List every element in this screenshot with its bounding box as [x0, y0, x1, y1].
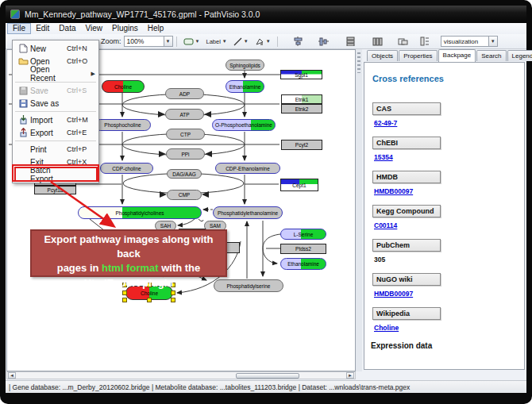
screenshot-frame: Mm_Kennedy_pathway_WP1771_45176.gpml - P… [0, 0, 532, 404]
selection-handle[interactable] [171, 290, 175, 295]
label-tool-text: Label [206, 38, 220, 45]
node-ptdss2[interactable]: Ptdss2 [280, 244, 326, 254]
canvas-horizontal-scrollbar[interactable]: ◄ ► [6, 371, 356, 379]
node-etnk2[interactable]: Etnk2 [281, 104, 322, 114]
stack-horizontal-button[interactable] [370, 36, 385, 48]
label-tool-button[interactable]: Label ▼ [203, 36, 229, 48]
xref-source-header: NuGO wiki [372, 273, 441, 286]
file-menu-shortcut: Ctrl+O [67, 57, 98, 65]
node-adp[interactable]: ADP [165, 88, 204, 99]
node-pcyt1a[interactable]: Pcyt1a [34, 186, 76, 194]
node-sam[interactable]: SAM [204, 221, 226, 231]
file-menu-item-open-recent[interactable]: Open Recent▶ [13, 67, 98, 80]
node-ctp[interactable]: CTP [166, 129, 205, 140]
xref-section-wikipedia: WikipediaCholine [372, 307, 524, 332]
selection-handle[interactable] [171, 298, 175, 302]
node-sgpl1[interactable]: Sgpl1 [280, 70, 322, 79]
node-phosphocholine[interactable]: Phosphocholine [94, 119, 151, 131]
chevron-down-icon[interactable]: ▼ [164, 37, 172, 46]
menu-help[interactable]: Help [143, 23, 169, 34]
scroll-right-icon[interactable]: ► [346, 372, 354, 379]
node-etnk1[interactable]: Etnk1 [281, 94, 322, 104]
chevron-down-icon[interactable]: ▼ [244, 39, 249, 44]
xref-link[interactable]: Choline [374, 324, 524, 332]
node-sah[interactable]: SAH [155, 221, 176, 231]
stack-vertical-button[interactable] [343, 36, 358, 48]
datanode-tool-button[interactable]: ▼ [181, 36, 202, 48]
node-l-serine[interactable]: L-Serine [280, 229, 326, 240]
node-sphingolipids[interactable]: Sphingolipids [226, 60, 264, 71]
xref-link[interactable]: 62-49-7 [374, 119, 524, 127]
xref-link[interactable]: 15354 [374, 153, 524, 161]
menu-view[interactable]: View [80, 23, 107, 34]
line-tool-button[interactable]: ▼ [231, 36, 251, 48]
align-center-y-button[interactable] [316, 36, 331, 48]
node-atp[interactable]: ATP [165, 109, 204, 120]
stack-horizontal-icon [372, 37, 383, 46]
tab-search[interactable]: Search [476, 50, 506, 61]
xref-source-header: Wikipedia [372, 307, 441, 320]
chevron-down-icon[interactable]: ▼ [222, 39, 227, 44]
selection-handle[interactable] [147, 298, 152, 302]
layout-button[interactable] [418, 36, 432, 48]
open-folder-icon [16, 56, 30, 66]
node-choline[interactable]: Choline [102, 80, 145, 93]
menu-file[interactable]: File [7, 23, 31, 34]
zoom-label: Zoom: [101, 37, 121, 45]
file-menu-item-print[interactable]: PrintCtrl+P [13, 143, 98, 156]
pane-splitter[interactable] [356, 49, 362, 371]
xref-link[interactable]: C00114 [374, 221, 524, 229]
xref-section-pubchem: PubChem305 [372, 239, 524, 264]
chevron-down-icon[interactable]: ▼ [488, 37, 497, 46]
tab-properties[interactable]: Properties [399, 50, 437, 61]
node-hidden[interactable] [179, 229, 206, 241]
tab-legend[interactable]: Legend [507, 50, 532, 61]
file-menu-shortcut: Ctrl+S [67, 87, 98, 94]
visualization-combobox[interactable]: visualization ▼ [441, 36, 498, 47]
shape-tool-button[interactable]: ▼ [253, 36, 273, 48]
node-phosphatidylethanolamine[interactable]: Phosphatidylethanolamine [213, 206, 283, 219]
file-menu-item-save-as[interactable]: Save as [13, 97, 98, 110]
node-phosphatidylserine[interactable]: Phosphatidylserine [214, 279, 283, 292]
node-dag-aag[interactable]: DAG/AAG [167, 169, 202, 179]
file-menu-item-new[interactable]: NewCtrl+N [13, 42, 98, 55]
node-ethanolamine[interactable]: Ethanolamine [226, 80, 264, 93]
align-center-x-button[interactable] [291, 36, 306, 48]
node-pcyt2[interactable]: Pcyt2 [281, 140, 322, 150]
node-ethanolamine[interactable]: Ethanolamine [280, 258, 326, 270]
right-sidebar: ObjectsPropertiesBackpageSearchLegend Cr… [362, 49, 526, 371]
node-o-phosphoethanolamine[interactable]: O-Phosphoethanolamine [212, 119, 276, 131]
zoom-combobox[interactable]: 100% ▼ [124, 36, 173, 47]
selection-handle[interactable] [147, 283, 152, 287]
file-menu-item-import[interactable]: ImportCtrl+M [13, 114, 98, 126]
node-phosphatidylcholines[interactable]: Phosphatidylcholines [78, 206, 202, 219]
common-size-button[interactable] [395, 36, 411, 48]
chevron-down-icon[interactable]: ▼ [195, 39, 200, 44]
file-menu-item-export[interactable]: ExportCtrl+E [13, 126, 98, 139]
scroll-left-icon[interactable]: ◄ [8, 372, 16, 379]
menu-data[interactable]: Data [54, 23, 80, 34]
file-menu-shortcut: Ctrl+M [67, 116, 98, 124]
menu-plugins[interactable]: Plugins [107, 23, 143, 34]
selection-handle[interactable] [171, 283, 175, 287]
node-cdp-choline[interactable]: CDP-choline [100, 163, 153, 174]
node-cept1[interactable]: Cept1 [280, 179, 318, 191]
node-ppi[interactable]: PPi [166, 148, 205, 160]
scrollbar-thumb[interactable] [236, 373, 299, 379]
node-cdp-ethanolamine[interactable]: CDP-Ethanolamine [215, 163, 280, 174]
node-cmp[interactable]: CMP [167, 190, 202, 200]
chevron-down-icon[interactable]: ▼ [266, 39, 271, 44]
file-menu-item-save[interactable]: SaveCtrl+S [13, 84, 98, 97]
xref-source-header: CAS [372, 102, 441, 115]
selection-handle[interactable] [122, 283, 127, 287]
tab-objects[interactable]: Objects [367, 50, 398, 61]
selection-handle[interactable] [122, 290, 127, 295]
xref-source-header: PubChem [372, 239, 441, 252]
menu-edit[interactable]: Edit [31, 23, 54, 34]
node-hidden[interactable] [220, 242, 240, 253]
xref-link[interactable]: HMDB00097 [374, 187, 524, 195]
selection-handle[interactable] [122, 298, 127, 302]
xref-link[interactable]: HMDB00097 [374, 290, 524, 298]
tab-backpage[interactable]: Backpage [438, 49, 476, 62]
menu-bar: FileEditDataViewPluginsHelp [6, 23, 526, 34]
